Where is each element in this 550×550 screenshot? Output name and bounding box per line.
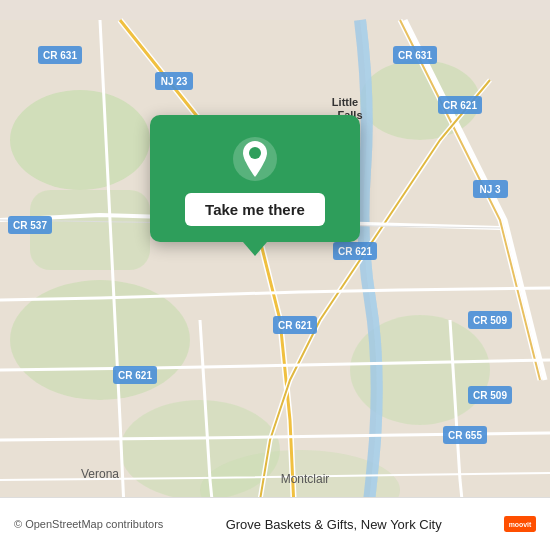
take-me-there-button[interactable]: Take me there (185, 193, 325, 226)
location-title-text: Grove Baskets & Gifts, New York City (226, 517, 442, 532)
svg-point-37 (249, 147, 261, 159)
svg-text:CR 621: CR 621 (278, 320, 312, 331)
svg-text:NJ 3: NJ 3 (479, 184, 501, 195)
svg-text:CR 621: CR 621 (338, 246, 372, 257)
svg-text:CR 621: CR 621 (118, 370, 152, 381)
svg-text:CR 537: CR 537 (13, 220, 47, 231)
osm-attribution: © OpenStreetMap contributors (14, 518, 163, 530)
svg-text:CR 655: CR 655 (448, 430, 482, 441)
svg-text:CR 509: CR 509 (473, 315, 507, 326)
map-container: CR 631 CR 631 NJ 23 CR 621 NJ 3 CR 537 C… (0, 0, 550, 550)
svg-text:CR 621: CR 621 (443, 100, 477, 111)
location-title: Grove Baskets & Gifts, New York City (226, 517, 442, 532)
location-popup: Take me there (150, 115, 360, 242)
svg-text:CR 509: CR 509 (473, 390, 507, 401)
location-pin-icon (231, 135, 279, 183)
svg-text:Little: Little (332, 96, 358, 108)
svg-text:NJ 23: NJ 23 (161, 76, 188, 87)
svg-text:Verona: Verona (81, 467, 119, 481)
svg-text:CR 631: CR 631 (398, 50, 432, 61)
moovit-icon: moovit (504, 508, 536, 540)
moovit-logo: moovit (504, 508, 536, 540)
svg-text:Montclair: Montclair (281, 472, 330, 486)
svg-text:CR 631: CR 631 (43, 50, 77, 61)
svg-point-1 (10, 90, 150, 190)
attribution-area: © OpenStreetMap contributors (14, 518, 163, 530)
bottom-bar: © OpenStreetMap contributors Grove Baske… (0, 497, 550, 550)
svg-text:moovit: moovit (509, 521, 532, 528)
